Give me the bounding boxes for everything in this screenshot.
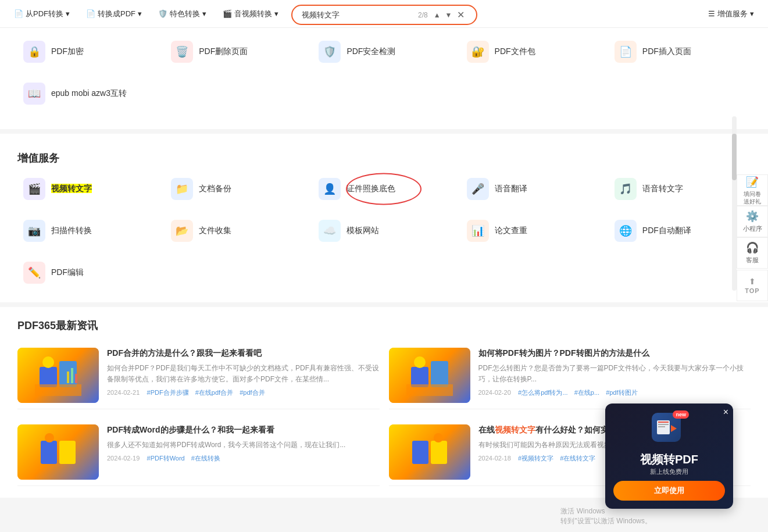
scrollbar-thumb[interactable] xyxy=(732,134,737,180)
news-date-3: 2024-02-18 xyxy=(478,455,511,462)
news-content-1: 如何将PDF转为图片？PDF转图片的方法是什么 PDF怎么转图片？您是否曾为了要… xyxy=(478,348,751,403)
svg-rect-6 xyxy=(75,374,77,383)
svg-rect-10 xyxy=(406,384,453,396)
news-tag-3-1: #在线转文字 xyxy=(560,455,595,462)
nav-special[interactable]: 🛡️ 特色转换 ▾ xyxy=(150,5,215,23)
nav-media[interactable]: 🎬 音视频转换 ▾ xyxy=(215,5,287,23)
vas-edit-icon: ✏️ xyxy=(23,262,45,284)
vas-backup-icon: 📁 xyxy=(171,178,193,200)
feature-pdf-delete-icon: 🗑️ xyxy=(171,41,193,63)
svg-rect-4 xyxy=(67,372,69,383)
feature-pdf-delete[interactable]: 🗑️ PDF删除页面 xyxy=(165,34,307,70)
vas-video-icon: 🎬 xyxy=(23,178,45,200)
search-overlay: 2/8 ▲ ▼ ✕ xyxy=(291,5,477,25)
vas-id-photo[interactable]: 👤 证件照换底色 xyxy=(313,171,455,207)
feature-pdf-package[interactable]: 🔐 PDF文件包 xyxy=(461,34,603,70)
news-title-1: 如何将PDF转为图片？PDF转图片的方法是什么 xyxy=(478,348,751,359)
vas-pdf-edit[interactable]: ✏️ PDF编辑 xyxy=(17,255,159,291)
ad-cta-btn[interactable]: 立即使用 xyxy=(613,481,725,501)
vas-video-to-text[interactable]: 🎬 视频转文字 xyxy=(17,171,159,207)
svg-rect-12 xyxy=(59,441,76,464)
sidebar-service-btn[interactable]: 🎧 客服 xyxy=(737,237,768,269)
sidebar-top-btn[interactable]: ⬆ TOP xyxy=(737,270,768,301)
nav-from-pdf[interactable]: 📄 从PDF转换 ▾ xyxy=(6,5,78,23)
search-prev-btn[interactable]: ▲ xyxy=(431,10,443,20)
news-tag-0-0: #PDF合并步骤 xyxy=(147,389,189,396)
scrollbar[interactable] xyxy=(732,116,737,291)
nav-media-label: 音视频转换 xyxy=(234,9,272,19)
vas-voice-translate-icon: 🎤 xyxy=(467,178,489,200)
nav-vas-icon: ☰ xyxy=(708,9,715,18)
news-desc-1: PDF怎么转图片？您是否曾为了要将一篇PDF文件转心，今天我要与大家分享一个小技… xyxy=(478,363,751,385)
vas-voice-to-text[interactable]: 🎵 语音转文字 xyxy=(609,171,751,207)
search-counter: 2/8 xyxy=(418,11,428,19)
ad-icon-stack: new xyxy=(652,413,687,448)
vas-voice-translate-label: 语音翻译 xyxy=(495,184,527,194)
news-thumb-1 xyxy=(389,348,470,403)
vas-thesis-icon: 📊 xyxy=(467,220,489,242)
feature-ebook-label: epub mobi azw3互转 xyxy=(51,88,127,99)
windows-notice: 激活 Windows 转到"设置"以激活 Windows。 xyxy=(560,506,652,526)
sidebar-miniapp-btn[interactable]: ⚙️ 小程序 xyxy=(737,206,768,237)
vas-translate-label: PDF自动翻译 xyxy=(642,226,691,236)
news-tag-3-0: #视频转文字 xyxy=(518,455,553,462)
news-tag-2-1: #在线转换 xyxy=(191,455,220,462)
search-close-btn[interactable]: ✕ xyxy=(455,8,467,22)
vas-collect-label: 文件收集 xyxy=(199,226,231,236)
nav-to-pdf[interactable]: 📄 转换成PDF ▾ xyxy=(78,5,150,23)
section-divider-2 xyxy=(0,302,768,307)
feature-pdf-package-icon: 🔐 xyxy=(467,41,489,63)
nav-to-pdf-label: 转换成PDF xyxy=(98,9,135,19)
news-thumb-2 xyxy=(17,424,99,480)
nav-special-label: 特色转换 xyxy=(170,9,200,19)
vas-scan-label: 扫描件转换 xyxy=(51,226,92,236)
vas-template-site[interactable]: ☁️ 模板网站 xyxy=(313,213,455,249)
feature-pdf-encrypt[interactable]: 🔒 PDF加密 xyxy=(17,34,159,70)
news-title-0: PDF合并的方法是什么？跟我一起来看看吧 xyxy=(107,348,380,359)
news-meta-1: 2024-02-20 #怎么将pdf转为... #在线p... #pdf转图片 xyxy=(478,388,751,397)
vas-pdf-translate[interactable]: 🌐 PDF自动翻译 xyxy=(609,213,751,249)
search-next-btn[interactable]: ▼ xyxy=(443,10,455,20)
vas-scan-convert[interactable]: 📷 扫描件转换 xyxy=(17,213,159,249)
nav-from-pdf-chevron: ▾ xyxy=(66,9,70,18)
news-desc-2: 很多人还不知道如何将PDF转成Word，我今天将回答这个问题，现在让我们... xyxy=(107,440,380,451)
news-content-2: PDF转成Word的步骤是什么？和我一起来看看 很多人还不知道如何将PDF转成W… xyxy=(107,424,380,480)
main-content: 🔒 PDF加密 🗑️ PDF删除页面 🛡️ PDF安全检测 🔐 PDF文件包 📄… xyxy=(0,28,768,129)
news-meta-2: 2024-02-19 #PDF转Word #在线转换 xyxy=(107,454,380,463)
feature-pdf-delete-label: PDF删除页面 xyxy=(199,47,248,57)
feature-pdf-package-label: PDF文件包 xyxy=(495,47,535,57)
svg-rect-3 xyxy=(35,384,81,396)
news-date-2: 2024-02-19 xyxy=(107,455,140,462)
feature-ebook-icon: 📖 xyxy=(23,83,45,105)
news-tag-2-0: #PDF转Word xyxy=(147,455,185,462)
news-meta-0: 2024-02-21 #PDF合并步骤 #在线pdf合并 #pdf合并 xyxy=(107,388,380,397)
feature-pdf-security[interactable]: 🛡️ PDF安全检测 xyxy=(313,34,455,70)
news-card-0[interactable]: PDF合并的方法是什么？跟我一起来看看吧 如何合并PDF？PDF是我们每天工作中… xyxy=(17,342,380,409)
ad-close-btn[interactable]: × xyxy=(723,407,728,417)
vas-thesis-check[interactable]: 📊 论文查重 xyxy=(461,213,603,249)
top-nav: 📄 从PDF转换 ▾ 📄 转换成PDF ▾ 🛡️ 特色转换 ▾ 🎬 音视频转换 … xyxy=(0,0,768,28)
ad-sub-title: 新上线免费用 xyxy=(640,467,698,476)
search-input[interactable] xyxy=(302,10,415,19)
news-tag-0-1: #在线pdf合并 xyxy=(195,389,233,396)
news-title: PDF365最新资讯 xyxy=(17,319,751,333)
svg-rect-5 xyxy=(71,368,73,383)
nav-vas[interactable]: ☰ 增值服务 ▾ xyxy=(700,5,762,23)
vas-template-label: 模板网站 xyxy=(347,226,379,236)
news-card-1[interactable]: 如何将PDF转为图片？PDF转图片的方法是什么 PDF怎么转图片？您是否曾为了要… xyxy=(389,342,751,409)
vas-template-icon: ☁️ xyxy=(319,220,341,242)
ad-content: new 视频转PDF 新上线免费用 立即使用 xyxy=(605,404,733,509)
news-card-2[interactable]: PDF转成Word的步骤是什么？和我一起来看看 很多人还不知道如何将PDF转成W… xyxy=(17,419,380,486)
miniapp-label: 小程序 xyxy=(743,224,762,233)
svg-rect-7 xyxy=(411,367,428,387)
feature-ebook-convert[interactable]: 📖 epub mobi azw3互转 xyxy=(17,76,159,112)
sidebar-questionnaire-btn[interactable]: 📝 填问卷送好礼 xyxy=(737,174,768,206)
vas-doc-backup[interactable]: 📁 文档备份 xyxy=(165,171,307,207)
feature-pdf-encrypt-icon: 🔒 xyxy=(23,41,45,63)
right-sidebar: 📝 填问卷送好礼 ⚙️ 小程序 🎧 客服 ⬆ TOP xyxy=(737,174,768,301)
vas-voice-translate[interactable]: 🎤 语音翻译 xyxy=(461,171,603,207)
top-feature-grid: 🔒 PDF加密 🗑️ PDF删除页面 🛡️ PDF安全检测 🔐 PDF文件包 📄… xyxy=(17,28,751,117)
feature-pdf-insert[interactable]: 📄 PDF插入页面 xyxy=(609,34,751,70)
vas-file-collect[interactable]: 📂 文件收集 xyxy=(165,213,307,249)
vas-collect-icon: 📂 xyxy=(171,220,193,242)
